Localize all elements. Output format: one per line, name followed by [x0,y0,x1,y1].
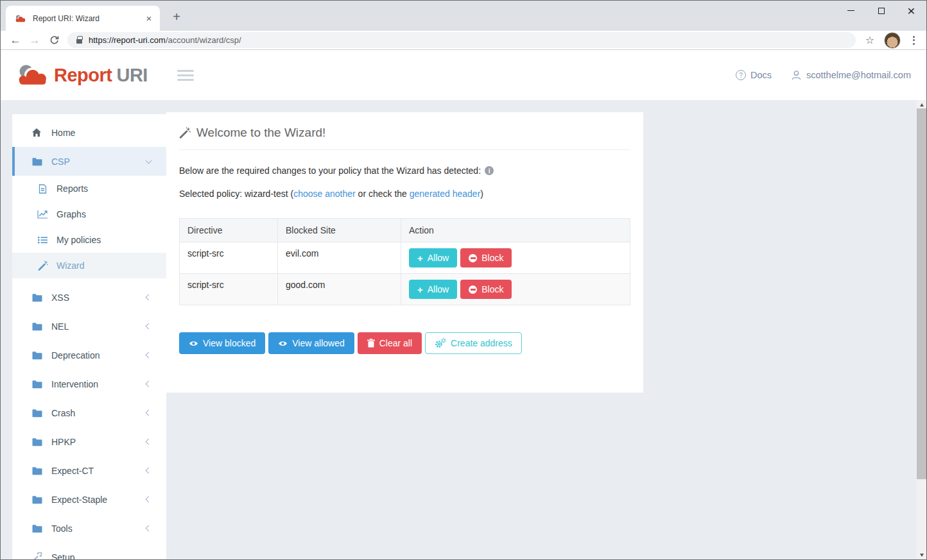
sidebar-item-hpkp[interactable]: HPKP [12,427,166,456]
folder-icon [30,157,43,166]
allow-button[interactable]: Allow [409,280,457,299]
sidebar-item-my-policies[interactable]: My policies [12,227,166,253]
block-label: Block [481,284,503,294]
sidebar-item-label: Deprecation [51,350,146,361]
sidebar-item-label: Crash [51,408,146,418]
chevron-left-icon [146,323,152,330]
account-menu[interactable]: scotthelme@hotmail.com [791,70,911,81]
sidebar-item-setup[interactable]: Setup [12,543,166,559]
block-label: Block [481,253,503,263]
report-uri-logo[interactable]: Report URI [16,64,148,86]
cell-directive: script-src [180,242,278,274]
block-button[interactable]: Block [460,248,512,267]
view-blocked-button[interactable]: View blocked [179,332,265,354]
create-address-button[interactable]: Create address [425,332,522,354]
sidebar-item-label: Tools [51,523,146,534]
clear-all-button[interactable]: Clear all [358,332,422,354]
page-scrollbar[interactable] [917,100,926,559]
column-header-action: Action [401,219,630,242]
folder-icon [30,437,43,446]
info-icon[interactable] [485,166,494,175]
sidebar-item-intervention[interactable]: Intervention [12,369,166,398]
refresh-button[interactable] [44,32,64,49]
browser-toolbar: https://report-uri.com/account/wizard/cs… [1,31,926,50]
tab-title: Report URI: Wizard [33,14,143,23]
gears-icon [435,338,446,348]
sidebar-item-deprecation[interactable]: Deprecation [12,341,166,369]
allow-button[interactable]: Allow [409,248,457,267]
scroll-down-arrow[interactable] [917,550,926,559]
chevron-left-icon [146,352,152,359]
sidebar-item-tools[interactable]: Tools [12,514,166,543]
intro-text: Below are the required changes to your p… [179,165,630,176]
close-button[interactable] [896,1,926,21]
sidebar-item-expect-ct[interactable]: Expect-CT [12,456,166,485]
address-bar[interactable]: https://report-uri.com/account/wizard/cs… [67,32,856,48]
list-icon [37,236,49,244]
new-tab-button[interactable] [169,9,184,24]
web-page: Report URI Docs scotthelme@hotmail.com [1,50,926,559]
sidebar-item-crash[interactable]: Crash [12,398,166,427]
policy-prefix: Selected policy: wizard-test ( [179,189,293,199]
lock-icon[interactable] [76,39,82,44]
policy-suffix: ) [480,189,483,199]
chevron-left-icon [146,496,152,503]
ban-icon [469,254,477,262]
scroll-up-arrow[interactable] [917,100,926,109]
site-header: Report URI Docs scotthelme@hotmail.com [1,50,926,100]
choose-another-link[interactable]: choose another [293,189,356,199]
magic-wand-icon [37,260,49,271]
back-button[interactable] [6,32,25,49]
sidebar-item-csp[interactable]: CSP [12,147,166,176]
eye-icon [278,340,288,347]
sidebar-item-label: Expect-CT [51,466,146,476]
folder-icon [30,409,43,418]
sidebar-item-label: XSS [51,293,146,303]
view-allowed-button[interactable]: View allowed [268,332,354,354]
table-row: script-src good.com Allow Block [180,274,630,305]
sidebar-item-graphs[interactable]: Graphs [12,201,166,227]
action-buttons: View blocked View allowed Clear all [179,332,630,354]
refresh-icon [49,35,59,45]
minimize-button[interactable] [836,1,866,21]
browser-tab[interactable]: Report URI: Wizard [6,6,160,31]
help-icon [736,70,746,80]
chevron-left-icon [146,381,152,387]
bookmark-star-button[interactable] [861,34,879,46]
sidebar-item-label: My policies [56,235,101,245]
sidebar-item-wizard[interactable]: Wizard [12,253,166,278]
sidebar-item-expect-staple[interactable]: Expect-Staple [12,485,166,514]
sidebar-item-reports[interactable]: Reports [12,176,166,201]
chevron-left-icon [146,439,152,445]
column-header-directive: Directive [180,219,278,242]
forward-button[interactable] [25,32,44,49]
docs-link[interactable]: Docs [736,70,772,80]
page-title: Welcome to the Wizard! [196,126,325,140]
view-allowed-label: View allowed [292,338,344,348]
sidebar-item-label: Home [51,128,151,138]
folder-icon [30,293,43,302]
sidebar-item-home[interactable]: Home [12,118,166,147]
generated-header-link[interactable]: generated header [410,189,481,199]
docs-label: Docs [750,70,772,80]
folder-icon [30,495,43,504]
profile-avatar[interactable] [884,32,901,49]
folder-icon [30,380,43,389]
maximize-button[interactable] [866,1,896,21]
sidebar-item-xss[interactable]: XSS [12,283,166,312]
trash-icon [367,339,375,348]
browser-menu-button[interactable] [906,33,921,48]
maximize-icon [878,8,885,14]
sidebar-toggle-button[interactable] [177,70,194,81]
allow-label: Allow [428,253,449,263]
wrench-icon [30,552,43,559]
scrollbar-thumb[interactable] [917,108,926,479]
sidebar-item-label: HPKP [51,437,146,447]
cell-directive: script-src [180,274,278,305]
user-icon [791,70,802,81]
content-area: Home CSP Reports [1,100,917,559]
tab-close-icon[interactable] [143,13,155,24]
sidebar-item-nel[interactable]: NEL [12,312,166,341]
block-button[interactable]: Block [460,280,512,299]
minimize-icon [847,10,854,12]
